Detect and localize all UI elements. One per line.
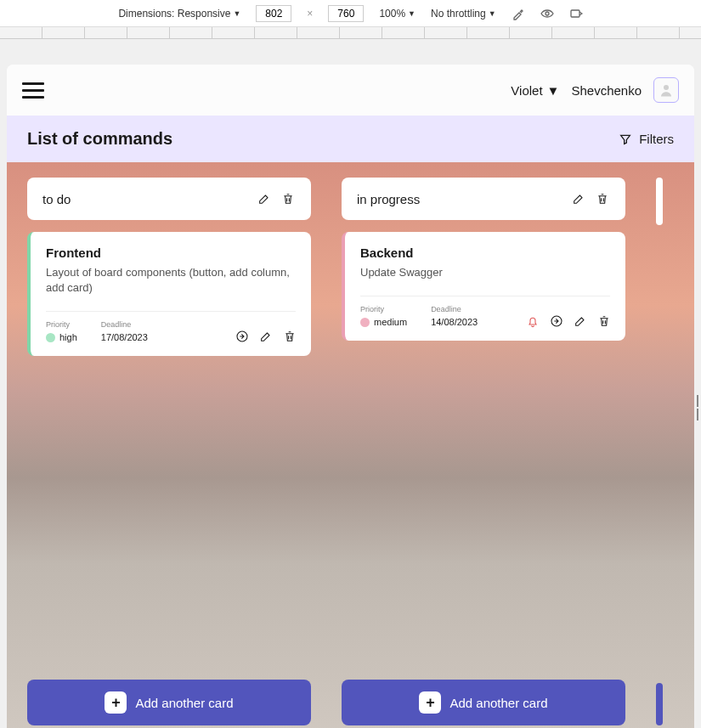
eyedropper-icon[interactable] xyxy=(512,7,525,20)
throttling-value: No throttling xyxy=(431,8,486,20)
dimensions-label: Dimensions: Responsive xyxy=(118,8,230,20)
board-canvas[interactable]: to do Frontend Layout of board component… xyxy=(7,162,694,728)
theme-switcher[interactable]: Violet ▼ xyxy=(511,83,559,98)
viewport-width-input[interactable] xyxy=(256,5,291,22)
add-card-button[interactable]: + Add another card xyxy=(342,680,625,725)
card[interactable]: Backend Update Swagger Priority medium D… xyxy=(342,232,625,341)
chevron-down-icon: ▼ xyxy=(408,9,416,18)
hamburger-menu[interactable] xyxy=(22,82,44,99)
svg-point-2 xyxy=(664,85,669,90)
username-label: Shevchenko xyxy=(571,83,642,98)
edit-card-button[interactable] xyxy=(573,313,588,329)
board-subheader: List of commands Filters xyxy=(7,116,694,162)
column-in-progress: in progress Backend Update Swagger Prior… xyxy=(342,178,625,725)
svg-rect-1 xyxy=(571,10,579,17)
column-header: to do xyxy=(27,178,311,220)
priority-dot xyxy=(46,333,55,342)
chevron-down-icon: ▼ xyxy=(233,9,240,18)
deadline-label: Deadline xyxy=(431,305,478,313)
zoom-value: 100% xyxy=(379,8,405,20)
delete-card-button[interactable] xyxy=(282,329,297,344)
plus-icon: + xyxy=(419,691,441,714)
bell-icon xyxy=(526,314,540,328)
zoom-dropdown[interactable]: 100% ▼ xyxy=(379,8,416,20)
arrow-right-circle-icon xyxy=(235,330,249,343)
add-card-label: Add another card xyxy=(449,696,547,710)
pencil-icon xyxy=(259,330,273,343)
column-todo: to do Frontend Layout of board component… xyxy=(27,178,311,725)
arrow-right-circle-icon xyxy=(550,314,563,328)
delete-column-button[interactable] xyxy=(280,191,296,206)
card-description: Layout of board components (button, add … xyxy=(46,265,296,296)
dimension-separator: × xyxy=(307,8,313,20)
column-title: in progress xyxy=(357,192,420,206)
filters-button[interactable]: Filters xyxy=(619,132,674,146)
add-card-peek[interactable] xyxy=(656,683,663,725)
user-icon xyxy=(659,82,674,98)
deadline-value: 14/08/2023 xyxy=(431,317,478,327)
column-header: in progress xyxy=(342,178,625,220)
priority-value: medium xyxy=(374,317,407,327)
card-title: Frontend xyxy=(46,245,296,260)
add-card-label: Add another card xyxy=(135,696,233,710)
priority-value: high xyxy=(59,332,77,342)
pencil-icon xyxy=(572,192,585,206)
chevron-down-icon: ▼ xyxy=(489,9,496,18)
board-title: List of commands xyxy=(27,129,172,149)
priority-label: Priority xyxy=(360,305,407,313)
move-card-button[interactable] xyxy=(549,313,564,329)
add-card-button[interactable]: + Add another card xyxy=(27,680,311,725)
priority-label: Priority xyxy=(46,320,77,329)
export-icon[interactable] xyxy=(569,7,583,20)
trash-icon xyxy=(597,314,611,328)
card[interactable]: Frontend Layout of board components (but… xyxy=(27,232,311,356)
pencil-icon xyxy=(574,314,587,328)
avatar[interactable] xyxy=(653,77,679,103)
dimensions-dropdown[interactable]: Dimensions: Responsive ▼ xyxy=(118,8,240,20)
app-header: Violet ▼ Shevchenko xyxy=(7,65,694,116)
card-title: Backend xyxy=(360,245,610,260)
move-card-button[interactable] xyxy=(235,329,250,344)
delete-column-button[interactable] xyxy=(595,191,610,206)
plus-icon: + xyxy=(105,691,127,714)
edit-column-button[interactable] xyxy=(571,191,586,206)
filter-icon xyxy=(619,133,632,146)
trash-icon xyxy=(281,192,295,206)
devtools-bar: Dimensions: Responsive ▼ × 100% ▼ No thr… xyxy=(0,0,701,27)
ruler xyxy=(0,27,701,39)
viewport-height-input[interactable] xyxy=(328,5,364,22)
app-window: Violet ▼ Shevchenko List of commands Fil… xyxy=(7,65,694,728)
card-description: Update Swagger xyxy=(360,265,610,280)
chevron-down-icon: ▼ xyxy=(547,83,560,98)
column-title: to do xyxy=(42,192,71,206)
delete-card-button[interactable] xyxy=(596,313,612,329)
pencil-icon xyxy=(257,192,271,206)
theme-name: Violet xyxy=(511,83,542,98)
deadline-label: Deadline xyxy=(101,320,148,329)
svg-point-0 xyxy=(546,12,549,15)
priority-dot xyxy=(360,318,370,327)
edit-card-button[interactable] xyxy=(258,329,274,344)
trash-icon xyxy=(596,192,609,206)
devtools-resize-handle[interactable] xyxy=(694,391,701,425)
reminder-button[interactable] xyxy=(525,313,540,329)
filters-label: Filters xyxy=(639,132,674,146)
trash-icon xyxy=(283,330,297,343)
throttling-dropdown[interactable]: No throttling ▼ xyxy=(431,8,496,20)
eye-icon[interactable] xyxy=(540,7,554,20)
column-peek[interactable] xyxy=(656,178,663,225)
edit-column-button[interactable] xyxy=(257,191,272,206)
deadline-value: 17/08/2023 xyxy=(101,332,148,342)
